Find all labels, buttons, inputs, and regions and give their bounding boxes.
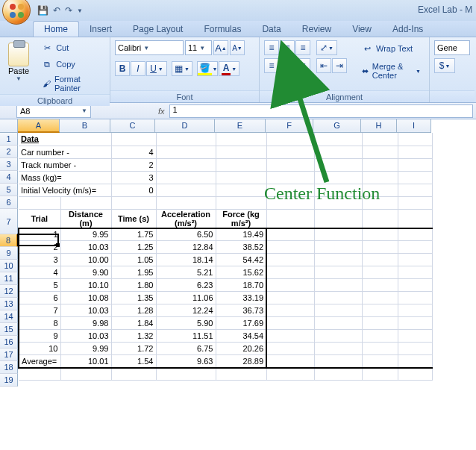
cell[interactable] [398, 254, 432, 266]
cell[interactable]: 1.84 [111, 317, 156, 330]
cell[interactable] [398, 241, 432, 254]
cell[interactable]: Mass (kg)= [19, 171, 111, 184]
redo-icon[interactable]: ↷ [65, 5, 72, 16]
cell[interactable]: Initial Velocity (m/s)= [19, 184, 111, 196]
qat-dropdown-icon[interactable]: ▼ [77, 7, 83, 14]
cell[interactable]: 4 [19, 266, 60, 279]
cell[interactable] [216, 133, 266, 146]
cell[interactable] [266, 304, 314, 317]
cell[interactable]: 11.06 [156, 292, 216, 304]
cell[interactable] [266, 254, 314, 266]
paste-button[interactable]: Paste ▼ [4, 40, 33, 84]
formula-input[interactable]: 1 [169, 104, 473, 118]
cell[interactable]: 33.19 [216, 292, 266, 304]
cell[interactable]: Trial [19, 209, 60, 228]
cell[interactable]: 7 [19, 304, 60, 317]
cell[interactable]: 10.00 [60, 254, 111, 266]
tab-formulas[interactable]: Formulas [193, 22, 251, 37]
row-header-14[interactable]: 14 [0, 310, 18, 323]
cell[interactable]: 3 [19, 254, 60, 266]
cell[interactable] [266, 368, 314, 381]
cell[interactable]: 1.25 [111, 241, 156, 254]
tab-addins[interactable]: Add-Ins [382, 22, 433, 37]
cell[interactable] [362, 146, 398, 158]
border-button[interactable]: ▦▼ [172, 61, 192, 76]
cell[interactable] [398, 304, 432, 317]
cell[interactable]: 34.54 [216, 330, 266, 343]
cut-button[interactable]: ✂Cut [37, 40, 105, 55]
cell[interactable] [314, 330, 362, 343]
cell[interactable] [398, 171, 432, 184]
cell[interactable] [216, 158, 266, 171]
cell[interactable] [314, 133, 362, 146]
cell[interactable] [362, 343, 398, 355]
cell[interactable]: 1.54 [111, 355, 156, 368]
cell[interactable]: 1.72 [111, 343, 156, 355]
cell[interactable]: Time (s) [111, 209, 156, 228]
align-left-button[interactable]: ≡ [264, 58, 279, 73]
cell[interactable]: 1 [19, 228, 60, 241]
cell[interactable] [398, 355, 432, 368]
cell[interactable] [314, 241, 362, 254]
cell[interactable] [314, 146, 362, 158]
align-top-button[interactable]: ≡ [264, 40, 279, 55]
cell[interactable] [362, 368, 398, 381]
column-header-G[interactable]: G [313, 119, 361, 133]
cell[interactable] [266, 133, 314, 146]
cell[interactable] [266, 266, 314, 279]
cell[interactable]: 9.98 [60, 317, 111, 330]
cell[interactable]: 10 [19, 343, 60, 355]
cell[interactable] [216, 171, 266, 184]
column-header-E[interactable]: E [215, 119, 266, 133]
cell[interactable]: 15.62 [216, 266, 266, 279]
orientation-button[interactable]: ⤢▼ [316, 40, 337, 55]
align-center-button[interactable]: ≡ [280, 58, 295, 73]
underline-button[interactable]: U▼ [146, 61, 167, 76]
font-color-button[interactable]: A▼ [219, 61, 239, 76]
row-header-6[interactable]: 6 [0, 196, 18, 209]
tab-insert[interactable]: Insert [79, 22, 122, 37]
cell[interactable] [314, 158, 362, 171]
copy-button[interactable]: ⧉Copy [37, 57, 105, 72]
column-header-A[interactable]: A [18, 119, 60, 133]
row-header-18[interactable]: 18 [0, 361, 18, 374]
row-header-5[interactable]: 5 [0, 184, 18, 196]
row-header-10[interactable]: 10 [0, 260, 18, 272]
cell[interactable]: 6.50 [156, 228, 216, 241]
cell[interactable] [362, 355, 398, 368]
cell[interactable] [398, 184, 432, 196]
cells-grid[interactable]: DataCar number -4Track number -2Mass (kg… [18, 133, 433, 381]
row-header-9[interactable]: 9 [0, 247, 18, 260]
cell[interactable] [398, 317, 432, 330]
cell[interactable]: Average= [19, 355, 60, 368]
cell[interactable]: Acceleration (m/s²) [156, 209, 216, 228]
tab-data[interactable]: Data [251, 22, 291, 37]
cell[interactable] [362, 254, 398, 266]
cell[interactable] [314, 355, 362, 368]
cell[interactable] [314, 171, 362, 184]
column-header-I[interactable]: I [397, 119, 431, 133]
cell[interactable] [60, 196, 111, 209]
row-header-19[interactable]: 19 [0, 374, 18, 387]
cell[interactable]: 1.80 [111, 279, 156, 292]
cell[interactable] [60, 368, 111, 381]
wrap-text-button[interactable]: ↩Wrap Text [357, 40, 425, 57]
format-painter-button[interactable]: 🖌Format Painter [37, 73, 105, 94]
cell[interactable]: 1.35 [111, 292, 156, 304]
row-header-1[interactable]: 1 [0, 133, 18, 146]
cell[interactable] [266, 146, 314, 158]
cell[interactable] [266, 209, 314, 228]
cell[interactable] [398, 368, 432, 381]
shrink-font-button[interactable]: A▼ [230, 40, 245, 55]
cell[interactable] [362, 228, 398, 241]
cell[interactable]: 4 [111, 146, 156, 158]
tab-page-layout[interactable]: Page Layout [122, 22, 193, 37]
cell[interactable]: 18.70 [216, 279, 266, 292]
cell[interactable]: 11.51 [156, 330, 216, 343]
cell[interactable] [362, 266, 398, 279]
cell[interactable] [314, 292, 362, 304]
cell[interactable] [314, 304, 362, 317]
cell[interactable] [314, 279, 362, 292]
cell[interactable] [398, 330, 432, 343]
cell[interactable]: 8 [19, 317, 60, 330]
